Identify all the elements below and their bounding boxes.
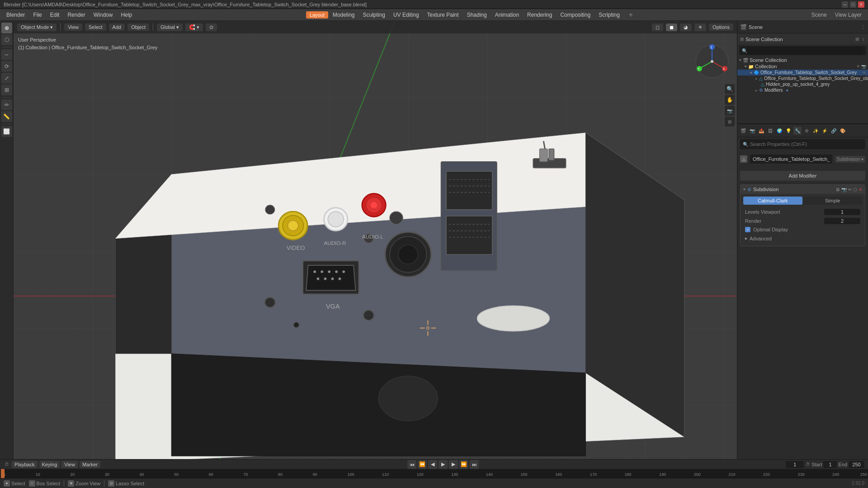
outliner-sort-icon[interactable]: ↕: [861, 36, 865, 42]
global-local-toggle[interactable]: Global ▾: [157, 23, 183, 31]
object-options-dropdown[interactable]: Subdivision ▾: [835, 156, 865, 163]
outliner-item-modifiers[interactable]: ▸ ⚙ Modifiers ●: [737, 87, 868, 93]
simple-tab[interactable]: Simple: [803, 197, 863, 205]
prop-icon-render[interactable]: 📷: [748, 127, 756, 135]
prop-icon-output[interactable]: 📤: [757, 127, 765, 135]
workspace-layout-tab[interactable]: Layout: [306, 11, 328, 19]
start-frame-input[interactable]: [823, 461, 837, 468]
outliner-item-mesh[interactable]: ▸ △ Office_Furniture_Tabletop_Switch_Soc…: [737, 75, 868, 81]
add-modifier-button[interactable]: Add Modifier: [740, 171, 865, 181]
prop-icon-scene[interactable]: 🎬: [739, 127, 747, 135]
marker-menu[interactable]: Marker: [80, 461, 100, 468]
maximize-button[interactable]: □: [850, 1, 856, 8]
mod-render-icon[interactable]: 📷: [841, 187, 847, 192]
transform-tool[interactable]: ⊞: [1, 84, 12, 95]
cursor-tool[interactable]: ⊕: [1, 23, 12, 33]
viewport-3d[interactable]: Object Mode ▾ View Select Add Object Glo…: [14, 21, 737, 482]
prev-keyframe-button[interactable]: ◀: [428, 460, 437, 469]
prop-icon-scene2[interactable]: 🌍: [775, 127, 783, 135]
prop-icon-object[interactable]: 🔧: [793, 127, 802, 135]
annotate-tool[interactable]: ✏: [1, 99, 12, 110]
workspace-uvediting-tab[interactable]: UV Editing: [390, 10, 423, 19]
prop-icon-world[interactable]: 💡: [784, 127, 793, 135]
viewport-add-menu[interactable]: Add: [109, 23, 125, 31]
timeline-view-menu[interactable]: View: [61, 461, 78, 468]
scale-tool[interactable]: ⤢: [1, 73, 12, 84]
outliner-search-input[interactable]: [747, 47, 863, 55]
end-frame-input[interactable]: [849, 461, 864, 468]
viewport-select-menu[interactable]: Select: [85, 23, 106, 31]
viewport-options[interactable]: Options: [709, 23, 733, 31]
select-tool[interactable]: ⬡: [1, 34, 12, 45]
menu-edit[interactable]: Edit: [47, 10, 63, 19]
viewport-shading-material[interactable]: ◕: [680, 23, 692, 31]
mod-cage-icon[interactable]: ⬡: [853, 187, 857, 192]
prop-icon-view-layer[interactable]: 🖼: [766, 127, 774, 135]
proportional-edit[interactable]: ⊙: [206, 23, 217, 31]
right-panel-options[interactable]: ⋮: [861, 24, 865, 29]
advanced-section-header[interactable]: ▸ Advanced: [743, 234, 862, 243]
viewport-mode-dropdown[interactable]: Object Mode ▾: [17, 23, 57, 31]
timeline-scrubber[interactable]: 1 10 20 30 40 50 60 70 80 90 100 110 120…: [0, 469, 868, 478]
viewport-shading-solid[interactable]: ◼: [666, 23, 677, 31]
workspace-scripting-tab[interactable]: Scripting: [595, 10, 623, 19]
outliner-item-object[interactable]: ▾ 🔷 Office_Furniture_Tabletop_Switch_Soc…: [737, 70, 868, 75]
workspace-animation-tab[interactable]: Animation: [491, 10, 523, 19]
play-button[interactable]: ▶: [439, 460, 448, 469]
scene-selector[interactable]: Scene: [808, 10, 830, 19]
jump-to-start-button[interactable]: ⏮: [407, 460, 416, 469]
pan-button[interactable]: ✋: [725, 95, 735, 105]
jump-to-end-button[interactable]: ⏭: [470, 460, 479, 469]
prop-icon-particles[interactable]: ✨: [811, 127, 820, 135]
workspace-compositing-tab[interactable]: Compositing: [557, 10, 594, 19]
prop-icon-material[interactable]: 🎨: [839, 127, 847, 135]
menu-render[interactable]: Render: [64, 10, 89, 19]
mod-edit-icon[interactable]: ✏: [848, 187, 852, 192]
playback-menu[interactable]: Playback: [12, 461, 38, 468]
outliner-item-collection[interactable]: ▾ 📁 Collection 👁 📷: [737, 63, 868, 70]
view-layer-selector[interactable]: View Layer: [831, 10, 865, 19]
prop-icon-modifier[interactable]: ⚙: [802, 127, 811, 135]
close-button[interactable]: ✕: [858, 1, 864, 8]
prop-icon-constraints[interactable]: 🔗: [830, 127, 838, 135]
add-workspace-button[interactable]: +: [624, 11, 637, 19]
workspace-modeling-tab[interactable]: Modeling: [329, 10, 359, 19]
prop-icon-physics[interactable]: ⚡: [821, 127, 829, 135]
collection-render-icon[interactable]: 📷: [861, 64, 866, 69]
menu-help[interactable]: Help: [117, 10, 136, 19]
add-cube-tool[interactable]: ⬜: [1, 126, 12, 137]
rotate-tool[interactable]: ⟳: [1, 61, 12, 72]
catmull-clark-tab[interactable]: Catmull-Clark: [743, 197, 802, 205]
optimal-display-checkbox[interactable]: ✓: [745, 227, 750, 232]
mod-delete-icon[interactable]: ✕: [859, 187, 862, 192]
outliner-filter-icon[interactable]: ⊞: [854, 36, 860, 42]
outliner-item-scene[interactable]: ▾ 🎬 Scene Collection: [737, 57, 868, 63]
object-name-field[interactable]: [750, 155, 832, 164]
menu-blender[interactable]: Blender: [3, 10, 28, 19]
menu-file[interactable]: File: [29, 10, 45, 19]
current-frame-input[interactable]: [786, 461, 804, 468]
zoom-status[interactable]: ⊕ Zoom View: [68, 480, 100, 487]
viewport-shading-wire[interactable]: ◻: [652, 23, 663, 31]
select-status[interactable]: ● Select: [4, 480, 25, 487]
modifier-panel-header[interactable]: ▾ ⚙ Subdivision 🖥 📷 ✏ ⬡ ✕: [741, 185, 865, 194]
minimize-button[interactable]: ─: [842, 1, 848, 8]
next-keyframe-button[interactable]: ▶: [449, 460, 458, 469]
workspace-rendering-tab[interactable]: Rendering: [524, 10, 556, 19]
keying-menu[interactable]: Keying: [39, 461, 60, 468]
collection-vis-icon[interactable]: 👁: [856, 64, 860, 69]
workspace-texturepaint-tab[interactable]: Texture Paint: [424, 10, 462, 19]
prev-frame-button[interactable]: ⏪: [418, 460, 427, 469]
viewport-object-menu[interactable]: Object: [127, 23, 149, 31]
levels-viewport-value[interactable]: 1: [824, 209, 860, 215]
properties-search-input[interactable]: [750, 141, 863, 147]
menu-window[interactable]: Window: [90, 10, 117, 19]
grid-button[interactable]: ⊞: [725, 117, 735, 127]
zoom-button[interactable]: 🔍: [725, 84, 735, 94]
navigation-gizmo[interactable]: Z X Y: [694, 43, 730, 80]
workspace-sculpting-tab[interactable]: Sculpting: [359, 10, 389, 19]
snap-dropdown[interactable]: 🧲 ▾: [185, 23, 203, 31]
render-value[interactable]: 2: [824, 218, 860, 224]
lasso-status[interactable]: ◎ Lasso Select: [108, 480, 144, 487]
mod-realtime-icon[interactable]: 🖥: [835, 187, 840, 192]
